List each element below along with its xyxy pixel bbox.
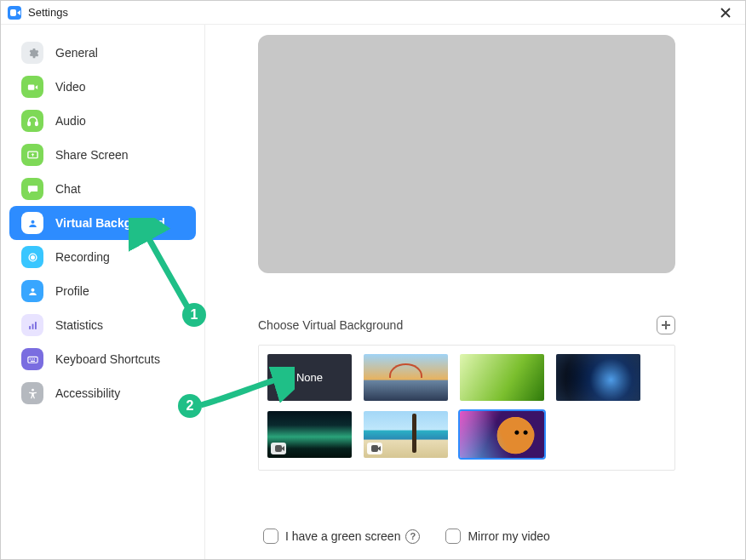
svg-point-4 [31,220,34,223]
sidebar-item-label: Accessibility [55,386,120,400]
close-icon [720,8,731,18]
checkbox-icon [445,529,461,544]
video-badge-icon [271,443,286,454]
chat-icon [21,178,43,200]
main: General Video Audio Share Screen Chat [1,25,745,559]
sidebar-item-label: Audio [55,114,86,128]
sidebar-item-general[interactable]: General [9,36,196,70]
thumb-row: None [267,354,666,401]
sidebar-item-virtual-background[interactable]: Virtual Background [9,206,196,240]
svg-rect-0 [27,84,34,89]
bg-bridge[interactable] [364,354,448,401]
headphones-icon [21,110,43,132]
sidebar-item-accessibility[interactable]: Accessibility [9,376,196,410]
sidebar-item-label: General [55,46,98,60]
sidebar-item-label: Profile [55,284,89,298]
bg-grass[interactable] [460,354,544,401]
bg-beach[interactable] [364,411,448,458]
sidebar-item-label: Share Screen [55,148,129,162]
bg-tiger[interactable] [460,411,544,458]
bg-earth[interactable] [556,354,640,401]
gear-icon [21,42,43,64]
svg-rect-1 [27,122,30,125]
section-title: Choose Virtual Background [258,318,403,332]
sidebar-item-label: Chat [55,182,81,196]
thumb-row [267,411,666,458]
sidebar-item-recording[interactable]: Recording [9,240,196,274]
sidebar-item-label: Virtual Background [55,216,165,230]
app-icon [8,6,21,20]
window-title: Settings [28,6,68,19]
accessibility-icon [21,382,43,404]
svg-point-6 [31,255,34,259]
sidebar-item-label: Statistics [55,318,103,332]
sidebar-item-chat[interactable]: Chat [9,172,196,206]
recording-icon [21,246,43,268]
video-preview [258,35,675,273]
checkbox-icon [263,529,278,544]
profile-icon [21,280,43,302]
svg-rect-11 [27,357,37,363]
background-thumbnails: None [258,345,675,471]
mirror-video-checkbox[interactable]: Mirror my video [445,529,549,544]
bg-none[interactable]: None [267,354,352,401]
sidebar-item-label: Video [55,80,86,94]
svg-rect-14 [33,358,34,359]
sidebar-item-statistics[interactable]: Statistics [9,308,196,342]
green-screen-label: I have a green screen [285,529,400,543]
sidebar-item-label: Recording [55,250,110,264]
green-screen-checkbox[interactable]: I have a green screen ? [263,529,420,544]
svg-rect-10 [35,322,37,329]
sidebar-item-share-screen[interactable]: Share Screen [9,138,196,172]
svg-rect-8 [29,326,31,329]
sidebar-item-profile[interactable]: Profile [9,274,196,308]
sidebar-item-audio[interactable]: Audio [9,104,196,138]
mirror-video-label: Mirror my video [468,529,549,543]
keyboard-icon [21,348,43,370]
svg-rect-15 [31,360,35,361]
sidebar: General Video Audio Share Screen Chat [1,25,205,559]
options-row: I have a green screen ? Mirror my video [258,529,720,544]
sidebar-item-keyboard-shortcuts[interactable]: Keyboard Shortcuts [9,342,196,376]
svg-rect-12 [29,358,30,359]
none-label: None [296,371,323,384]
svg-point-7 [31,288,34,291]
svg-rect-9 [32,323,33,329]
titlebar-left: Settings [8,6,68,20]
add-background-button[interactable] [657,316,675,334]
titlebar: Settings [1,1,745,25]
annotation-badge-1: 1 [182,303,206,327]
virtual-background-icon [21,212,43,234]
plus-icon [661,320,671,330]
svg-rect-2 [35,122,37,125]
help-icon[interactable]: ? [405,529,420,544]
statistics-icon [21,314,43,336]
bg-aurora[interactable] [267,411,352,458]
close-button[interactable] [711,3,740,23]
video-badge-icon [367,443,382,454]
share-screen-icon [21,144,43,166]
content: Choose Virtual Background None [205,25,745,559]
svg-rect-13 [32,358,32,359]
svg-point-16 [32,388,34,391]
sidebar-item-label: Keyboard Shortcuts [55,352,160,366]
video-icon [21,76,43,98]
section-header: Choose Virtual Background [258,316,675,334]
annotation-badge-2: 2 [178,394,202,418]
sidebar-item-video[interactable]: Video [9,70,196,104]
